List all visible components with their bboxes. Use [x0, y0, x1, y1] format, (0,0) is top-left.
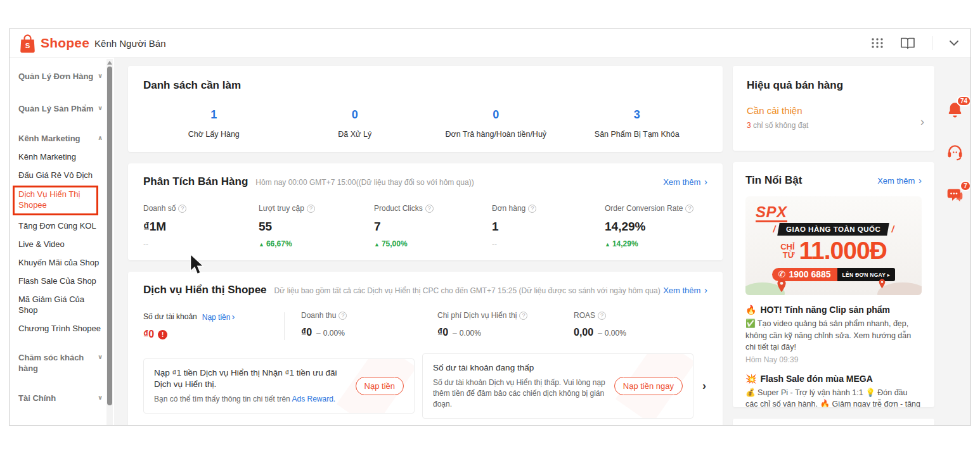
help-icon[interactable]: ?	[425, 205, 434, 213]
metric-label: Doanh thu	[301, 311, 336, 320]
sidebar-item-auction[interactable]: Đấu Giá Rẻ Vô Địch	[18, 170, 103, 181]
sidebar-item-label: Dữ Liệu	[18, 423, 49, 426]
metric-label: ROAS	[574, 311, 595, 320]
sidebar-item-label: Kênh Marketing	[18, 134, 81, 144]
topup-now-button[interactable]: Nạp tiền ngay	[614, 377, 683, 395]
header-divider	[932, 36, 932, 50]
chevron-down-icon: ∨	[98, 353, 103, 374]
topup-button[interactable]: Nạp tiền	[356, 377, 404, 395]
news-see-more-link[interactable]: Xem thêm ›	[877, 175, 922, 186]
sidebar-scrollbar[interactable]	[106, 59, 113, 425]
help-icon[interactable]: ?	[598, 312, 606, 320]
sidebar-item-shopee-program[interactable]: Chương Trình Shopee	[18, 324, 103, 334]
todo-stat-value: 1	[143, 108, 285, 122]
spx-promo-banner[interactable]: SPX / GIAO HÀNG TOÀN QUỐC / CHỈ TỪ 11.00…	[745, 196, 922, 295]
banner-phone-number: 1900 6885	[789, 269, 830, 279]
failed-metric-count: 3	[747, 121, 751, 130]
news-item-time: Hôm Nay 09:39	[745, 355, 922, 364]
todo-stat-locked-products[interactable]: 3 Sản Phẩm Bị Tạm Khóa	[567, 108, 708, 139]
apps-grid-icon[interactable]	[871, 37, 884, 49]
chevron-down-icon: ∨	[98, 72, 103, 82]
metric-delta: 14,29%	[612, 239, 638, 248]
book-icon[interactable]	[900, 37, 915, 50]
todo-stat-label: Đơn Trả hàng/Hoàn tiền/Huỷ	[425, 130, 567, 139]
chevron-down-icon: ∨	[98, 393, 103, 404]
help-icon[interactable]: ?	[528, 205, 536, 213]
help-icon[interactable]: ?	[307, 205, 315, 213]
see-more-label: Xem thêm	[663, 286, 700, 295]
phone-icon: ✆	[778, 269, 786, 279]
help-icon[interactable]: ?	[338, 312, 347, 320]
balance-value: ₫0	[143, 329, 154, 340]
scrollbar-up-arrow[interactable]	[107, 61, 112, 65]
sidebar-item-finance[interactable]: Tài Chính ∨	[18, 393, 103, 404]
sidebar-nav: Quản Lý Đơn Hàng ∨ Quản Lý Sản Phẩm ∨ Kê…	[10, 58, 114, 426]
metric-delta: 0.00%	[323, 329, 345, 338]
sales-see-more-link[interactable]: Xem thêm ›	[663, 176, 707, 187]
notification-bell-icon[interactable]: 74	[946, 101, 964, 121]
chevron-right-icon: ›	[704, 176, 707, 187]
sidebar-item-shop-promotion[interactable]: Khuyến Mãi của Shop	[18, 258, 103, 269]
metric-orders: Đơn hàng? 1 --	[492, 204, 605, 248]
todo-title: Danh sách cần làm	[143, 79, 707, 92]
warning-icon: !	[158, 330, 167, 339]
chevron-up-icon: ∧	[98, 423, 103, 426]
sidebar-item-marketing-channel[interactable]: Kênh Marketing ∧	[18, 134, 103, 144]
burst-icon: 💥	[745, 374, 756, 384]
sidebar-item-shopee-ads[interactable]: Dịch Vụ Hiển Thị Shopee	[18, 189, 94, 211]
todo-stat-processed[interactable]: 0 Đã Xử Lý	[285, 108, 426, 139]
promo-desc: Số dư tài khoản Dịch vụ Hiển thị thấp. V…	[433, 377, 607, 409]
sidebar-item-label: Chăm sóc khách hàng	[18, 353, 95, 374]
metric-label: Đơn hàng	[492, 204, 525, 213]
ads-reward-link[interactable]: Ads Reward.	[292, 395, 335, 403]
metric-value: 7	[374, 220, 492, 234]
sidebar-item-marketing-channel-sub[interactable]: Kênh Marketing	[18, 152, 103, 163]
todo-stat-returns[interactable]: 0 Đơn Trả hàng/Hoàn tiền/Huỷ	[425, 108, 567, 139]
promo-carousel-next-icon[interactable]: ›	[701, 379, 707, 393]
help-icon[interactable]: ?	[519, 312, 527, 320]
metric-value: ₫1M	[143, 220, 259, 234]
performance-chevron-right-icon[interactable]: ›	[920, 115, 924, 129]
help-icon[interactable]: ?	[685, 205, 693, 213]
sidebar-item-order-management[interactable]: Quản Lý Đơn Hàng ∨	[18, 72, 103, 82]
ads-metric-revenue: Doanh thu? ₫0 –0.00%	[301, 311, 437, 338]
ads-metric-roas: ROAS? 0,00 –0.00%	[574, 311, 707, 338]
chevron-right-icon: ›	[231, 311, 235, 322]
ads-see-more-link[interactable]: Xem thêm ›	[663, 284, 707, 295]
news-item-heading: Flash Sale đón mùa MEGA	[760, 374, 872, 384]
news-item-desc: ✅ Tạo video quảng bá sản phẩm nhanh, đẹp…	[745, 318, 922, 352]
ads-service-subtitle: Dữ liệu bao gồm tất cả các Dịch vụ Hiển …	[274, 286, 664, 295]
sales-analysis-subtitle: Hôm nay 00:00 GMT+7 15:00((Dữ liệu thay …	[255, 178, 663, 187]
metric-product-clicks: Product Clicks? 7 ▲75,00%	[374, 204, 492, 248]
svg-text:S: S	[25, 42, 30, 49]
sidebar-item-data[interactable]: Dữ Liệu ∧	[18, 423, 103, 426]
todo-stat-label: Sản Phẩm Bị Tạm Khóa	[567, 130, 708, 139]
topup-link[interactable]: Nạp tiền›	[202, 311, 235, 322]
shopee-logo[interactable]: S Shopee	[18, 34, 89, 53]
no-change-dash-icon: –	[316, 329, 321, 338]
scrollbar-thumb[interactable]	[107, 66, 112, 405]
sidebar-item-customer-care[interactable]: Chăm sóc khách hàng ∨	[18, 353, 103, 374]
support-headset-icon[interactable]	[946, 144, 964, 163]
news-item-clip-feature[interactable]: 🔥HOT! Tính năng Clip sản phẩm ✅ Tạo vide…	[745, 305, 922, 364]
account-chevron-down-icon[interactable]	[949, 40, 959, 46]
metric-conversion-rate: Order Conversion Rate? 14,29% ▲14,29%	[605, 204, 707, 248]
ads-promo-topup-bonus: Nạp ₫1 tiền Dịch vụ Hiển thị Nhận ₫1 tiề…	[143, 358, 415, 414]
help-icon[interactable]: ?	[178, 205, 186, 213]
metric-visits: Lượt truy cập? 55 ▲66,67%	[259, 204, 374, 248]
todo-stat-value: 3	[567, 108, 708, 122]
notification-badge: 74	[957, 96, 971, 106]
portal-title: Kênh Người Bán	[94, 38, 165, 49]
sidebar-item-shop-flash-sale[interactable]: Flash Sale Của Shop	[18, 276, 103, 287]
todo-stat-label: Đã Xử Lý	[285, 130, 426, 139]
sales-analysis-card: Phân Tích Bán Hàng Hôm nay 00:00 GMT+7 1…	[128, 163, 723, 260]
todo-stat-to-pickup[interactable]: 1 Chờ Lấy Hàng	[143, 108, 285, 139]
shopee-bag-icon: S	[18, 34, 37, 53]
sidebar-item-live-video[interactable]: Live & Video	[18, 239, 103, 250]
chat-icon[interactable]: 7	[946, 186, 964, 206]
sidebar-item-product-management[interactable]: Quản Lý Sản Phẩm ∨	[18, 104, 103, 115]
sidebar-item-shop-voucher[interactable]: Mã Giảm Giá Của Shop	[18, 294, 103, 316]
active-item-highlight-box: Dịch Vụ Hiển Thị Shopee	[13, 186, 98, 215]
news-item-flash-sale-mega[interactable]: 💥Flash Sale đón mùa MEGA 💰 Super Pi - Tr…	[745, 374, 922, 407]
sidebar-item-kol[interactable]: Tăng Đơn Cùng KOL	[18, 221, 103, 232]
